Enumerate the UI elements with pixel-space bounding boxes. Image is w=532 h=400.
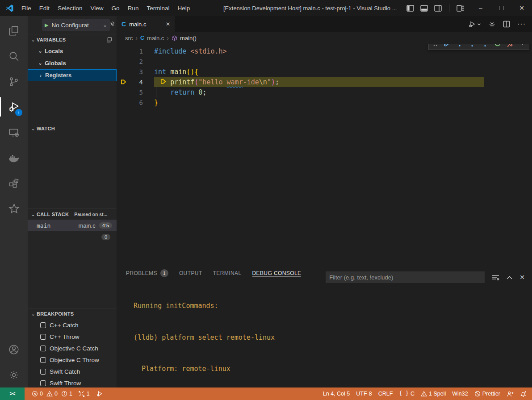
tab-main-c[interactable]: C main.c ✕ [117,16,175,32]
star-extension-icon[interactable] [0,196,28,221]
watch-header[interactable]: ⌄ WATCH [28,123,117,134]
thread-row[interactable]: 0 [28,231,117,243]
remote-indicator[interactable]: >< [0,388,25,400]
toggle-panel-icon[interactable] [420,5,428,12]
checkbox[interactable] [40,380,46,386]
stack-frame-row[interactable]: main main.c 4:5 [28,220,117,231]
breakpoints-header[interactable]: ⌄ BREAKPOINTS [28,308,117,319]
toolchain-status[interactable]: 1 [75,388,93,400]
close-tab-icon[interactable]: ✕ [166,21,170,27]
warning-icon [44,388,54,400]
minimize-button[interactable]: – [470,0,491,16]
language-mode[interactable]: { } C [396,388,418,400]
disconnect-icon[interactable] [507,44,515,48]
step-into-icon[interactable] [468,44,476,47]
problems-status[interactable]: 0 0 1 [25,388,75,400]
menu-run[interactable]: Run [124,5,143,12]
menu-file[interactable]: File [17,5,35,12]
step-out-icon[interactable] [481,44,489,47]
docker-icon[interactable] [0,145,28,171]
breadcrumb-folder[interactable]: src [125,35,133,42]
step-over-icon[interactable] [456,44,464,47]
person-arrow-icon[interactable] [503,388,517,400]
variables-item-locals[interactable]: ⌄ Locals [28,45,117,57]
toggle-sidebar-icon[interactable] [406,5,414,12]
customize-layout-icon[interactable] [457,5,464,12]
notifications-bell-icon[interactable] [517,388,532,400]
run-or-debug-button[interactable] [468,20,481,28]
spell-checker-status[interactable]: 1 Spell [418,388,449,400]
checkbox[interactable] [40,369,46,375]
checkbox[interactable] [40,346,46,351]
platform-indicator[interactable]: Win32 [449,388,471,400]
toggle-secondary-sidebar-icon[interactable] [434,5,442,12]
cursor-position[interactable]: Ln 4, Col 5 [320,388,353,400]
vscode-window: { "window": { "title": "[Extension Devel… [0,0,532,400]
encoding-indicator[interactable]: UTF-8 [353,388,375,400]
copy-value-icon[interactable] [106,37,112,43]
tab-terminal[interactable]: TERMINAL [213,269,242,277]
variables-section: ⌄ VARIABLES ⌄ Locals ⌄ Globals › Registe… [28,34,117,123]
variables-item-registers[interactable]: › Registers [28,69,117,81]
start-debug-icon[interactable]: ▶ [45,22,48,28]
debug-console-output[interactable]: Running initCommands: (lldb) platform se… [117,277,532,400]
checkbox[interactable] [40,357,46,363]
launch-settings-gear-icon[interactable] [109,21,116,27]
chevron-down-icon[interactable] [520,44,525,46]
debug-status-icon[interactable] [93,388,106,400]
restart-icon[interactable] [494,44,502,47]
breakpoint-cpp-throw[interactable]: C++ Throw [28,331,117,342]
breadcrumb-file[interactable]: main.c [147,35,164,42]
menu-view[interactable]: View [87,5,108,12]
prettier-status[interactable]: Prettier [471,388,503,400]
frame-function: main [37,222,50,229]
close-button[interactable]: ✕ [511,0,532,16]
variables-header[interactable]: ⌄ VARIABLES [28,34,117,45]
more-actions-icon[interactable]: ··· [517,20,526,28]
breakpoint-cpp-catch[interactable]: C++ Catch [28,319,117,331]
eol-indicator[interactable]: CRLF [375,388,396,400]
menu-terminal[interactable]: Terminal [142,5,173,12]
breadcrumb-symbol[interactable]: main() [180,35,197,42]
editor-gear-icon[interactable] [488,21,496,28]
menu-edit[interactable]: Edit [35,5,54,12]
settings-gear-icon[interactable] [0,362,28,388]
menu-help[interactable]: Help [173,5,194,12]
tab-problems[interactable]: PROBLEMS 1 [126,269,168,277]
chevron-down-icon: ⌄ [37,60,44,66]
info-count: 1 [69,391,72,397]
callstack-header[interactable]: ⌄ CALL STACK Paused on st... [28,209,117,220]
remote-explorer-icon[interactable] [0,120,28,145]
tab-debug-console[interactable]: DEBUG CONSOLE [252,269,302,277]
checkbox[interactable] [40,322,46,328]
account-icon[interactable] [0,337,28,362]
clear-console-icon[interactable] [492,274,499,281]
run-and-debug-icon[interactable]: 1 [0,94,28,120]
breakpoint-objc-catch[interactable]: Objective C Catch [28,342,117,354]
braces-icon: { } [399,390,409,396]
console-filter-input[interactable] [326,271,485,283]
continue-icon[interactable] [443,44,451,47]
code-editor[interactable]: 1 #include <stdio.h> 2 3 int main(){ 4 [117,44,532,269]
breakpoint-swift-catch[interactable]: Swift Catch [28,366,117,377]
breakpoint-objc-throw[interactable]: Objective C Throw [28,354,117,366]
stack-frame-arrow-icon[interactable] [117,79,130,85]
variables-item-globals[interactable]: ⌄ Globals [28,57,117,69]
maximize-panel-icon[interactable] [507,275,512,279]
close-panel-icon[interactable]: ✕ [519,274,525,281]
menu-go[interactable]: Go [108,5,124,12]
maximize-button[interactable] [491,0,511,16]
menu-selection[interactable]: Selection [54,5,87,12]
source-control-icon[interactable] [0,69,28,94]
toolbar-drag-grip[interactable] [433,44,438,47]
chevron-down-icon: ⌄ [37,48,44,54]
breakpoint-swift-throw[interactable]: Swift Throw [28,377,117,388]
explorer-icon[interactable] [0,18,28,43]
checkbox[interactable] [40,334,46,340]
debug-config-dropdown[interactable]: ▶ No Configurat ⌄ [42,19,110,31]
extensions-icon[interactable] [0,171,28,196]
search-icon[interactable] [0,43,28,69]
watch-title: WATCH [37,126,55,131]
tab-output[interactable]: OUTPUT [179,269,202,277]
split-editor-icon[interactable] [503,21,510,28]
